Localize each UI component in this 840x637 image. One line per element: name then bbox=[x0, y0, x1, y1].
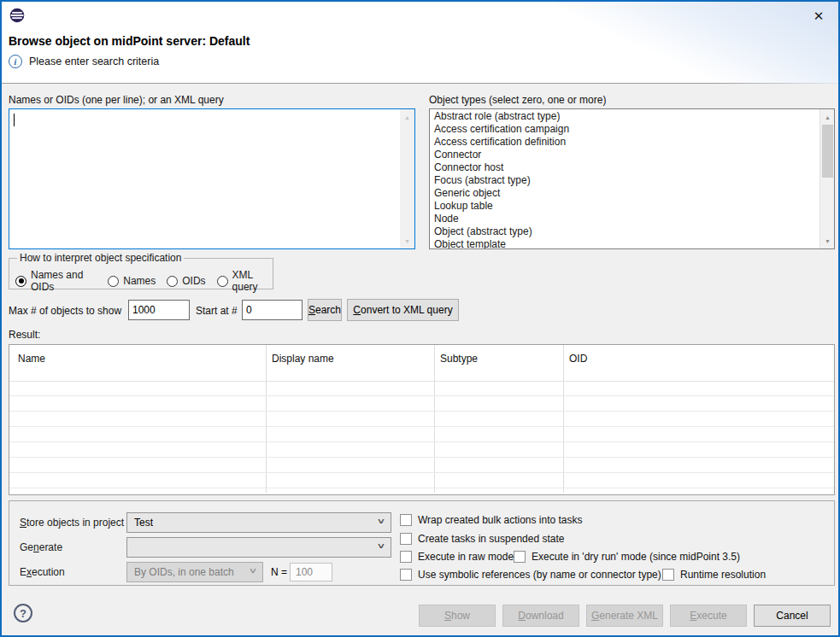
execution-dropdown: By OIDs, in one batch ∨ bbox=[126, 562, 263, 582]
radio-label: Names bbox=[123, 275, 156, 287]
list-item[interactable]: Object template bbox=[430, 238, 819, 249]
n-value-input bbox=[290, 563, 332, 581]
table-row[interactable] bbox=[9, 396, 834, 412]
scroll-up-icon[interactable]: ▲ bbox=[820, 110, 835, 124]
checkbox-create-tasks-suspended[interactable]: Create tasks in suspended state bbox=[400, 533, 564, 545]
store-project-dropdown[interactable]: Test ∨ bbox=[126, 512, 391, 533]
table-row[interactable] bbox=[9, 427, 834, 442]
list-item[interactable]: Connector host bbox=[430, 161, 819, 174]
scrollbar-thumb[interactable] bbox=[822, 125, 833, 178]
radio-xml-query[interactable]: XML query bbox=[217, 269, 273, 293]
list-item[interactable]: Access certification campaign bbox=[430, 123, 819, 136]
checkbox-label: Create tasks in suspended state bbox=[418, 533, 564, 545]
list-scrollbar[interactable]: ▲ ▼ bbox=[819, 109, 834, 248]
cancel-button[interactable]: Cancel bbox=[754, 605, 831, 627]
result-label: Result: bbox=[9, 329, 40, 341]
query-textarea[interactable]: ▲ ▼ bbox=[9, 108, 415, 249]
checkbox-icon bbox=[662, 569, 674, 581]
close-icon[interactable]: ✕ bbox=[809, 7, 828, 26]
checkbox-runtime-resolution[interactable]: Runtime resolution bbox=[662, 569, 766, 581]
interpret-groupbox: How to interpret object specification Na… bbox=[9, 258, 273, 289]
execute-button: Execute bbox=[670, 605, 747, 627]
radio-names[interactable]: Names bbox=[108, 275, 156, 287]
checkbox-symbolic-references[interactable]: Use symbolic references (by name or conn… bbox=[400, 569, 661, 581]
dropdown-value: Test bbox=[134, 517, 153, 529]
show-button-label: Show bbox=[444, 610, 470, 622]
chevron-down-icon: ∨ bbox=[377, 517, 386, 525]
radio-oids[interactable]: OIDs bbox=[167, 275, 205, 287]
column-header-name[interactable]: Name bbox=[18, 353, 45, 365]
generate-dropdown[interactable]: ∨ bbox=[126, 537, 391, 558]
list-item[interactable]: Connector bbox=[430, 149, 819, 161]
generate-xml-button: Generate XML bbox=[586, 605, 663, 627]
checkbox-icon bbox=[400, 533, 412, 545]
dialog-title: Browse object on midPoint server: Defaul… bbox=[9, 34, 250, 48]
radio-label: XML query bbox=[232, 269, 273, 293]
cancel-button-label: Cancel bbox=[776, 610, 808, 622]
table-row[interactable] bbox=[9, 458, 834, 473]
help-icon[interactable]: ? bbox=[14, 604, 32, 622]
checkbox-label: Execute in raw mode bbox=[418, 551, 514, 563]
table-row[interactable] bbox=[9, 473, 834, 488]
object-types-list[interactable]: Abstract role (abstract type) Access cer… bbox=[429, 108, 835, 249]
radio-names-and-oids[interactable]: Names and OIDs bbox=[15, 269, 97, 293]
checkbox-icon bbox=[400, 514, 412, 526]
list-item[interactable]: Generic object bbox=[430, 187, 819, 200]
list-item[interactable]: Focus (abstract type) bbox=[430, 174, 819, 187]
column-header-oid[interactable]: OID bbox=[569, 353, 587, 365]
search-button[interactable]: Search bbox=[308, 299, 342, 321]
radio-icon bbox=[217, 276, 228, 287]
list-item[interactable]: Lookup table bbox=[430, 200, 819, 213]
info-icon: i bbox=[9, 55, 22, 68]
radio-icon bbox=[167, 276, 178, 287]
result-table: Name Display name Subtype OID bbox=[9, 344, 835, 495]
table-row[interactable] bbox=[9, 381, 834, 396]
info-message-row: i Please enter search criteria bbox=[9, 55, 159, 68]
start-at-input[interactable] bbox=[242, 300, 303, 320]
column-header-display-name[interactable]: Display name bbox=[272, 353, 334, 365]
object-types-label: Object types (select zero, one or more) bbox=[429, 94, 606, 106]
convert-to-xml-button[interactable]: Convert to XML query bbox=[347, 299, 459, 321]
n-equals-label: N = bbox=[271, 566, 287, 578]
result-rows bbox=[9, 381, 834, 488]
checkbox-execute-raw-mode[interactable]: Execute in raw mode bbox=[400, 551, 514, 563]
list-item[interactable]: Access certification definition bbox=[430, 136, 819, 149]
table-row[interactable] bbox=[9, 412, 834, 427]
dropdown-value: By OIDs, in one batch bbox=[134, 566, 234, 578]
scroll-down-icon[interactable]: ▼ bbox=[820, 234, 835, 248]
store-objects-label: Store objects in project bbox=[20, 517, 124, 529]
eclipse-logo-icon bbox=[9, 8, 25, 23]
checkbox-label: Execute in 'dry run' mode (since midPoin… bbox=[532, 551, 740, 563]
info-message: Please enter search criteria bbox=[29, 56, 159, 67]
radio-icon bbox=[15, 276, 26, 287]
checkbox-label: Wrap created bulk actions into tasks bbox=[418, 514, 583, 526]
query-label: Names or OIDs (one per line); or an XML … bbox=[9, 94, 224, 106]
text-caret bbox=[14, 114, 15, 126]
chevron-down-icon: ∨ bbox=[249, 566, 258, 575]
checkbox-label: Runtime resolution bbox=[680, 569, 766, 581]
generate-xml-button-label: Generate XML bbox=[591, 610, 658, 622]
scroll-up-icon[interactable]: ▲ bbox=[400, 110, 414, 124]
table-row[interactable] bbox=[9, 442, 834, 458]
checkbox-icon bbox=[400, 569, 412, 581]
scroll-down-icon[interactable]: ▼ bbox=[400, 234, 414, 248]
radio-label: OIDs bbox=[182, 275, 205, 287]
start-at-label: Start at # bbox=[196, 305, 238, 317]
list-item[interactable]: Object (abstract type) bbox=[430, 225, 819, 238]
browse-object-dialog: ✕ Browse object on midPoint server: Defa… bbox=[0, 0, 840, 637]
interpret-legend: How to interpret object specification bbox=[17, 252, 184, 264]
list-item[interactable]: Abstract role (abstract type) bbox=[430, 110, 819, 123]
generate-label: Generate bbox=[20, 541, 62, 553]
chevron-down-icon: ∨ bbox=[377, 541, 386, 550]
checkbox-execute-dry-run[interactable]: Execute in 'dry run' mode (since midPoin… bbox=[514, 551, 740, 563]
max-objects-input[interactable] bbox=[128, 300, 190, 320]
execute-button-label: Execute bbox=[690, 610, 726, 622]
show-button: Show bbox=[419, 605, 496, 627]
radio-icon bbox=[108, 276, 119, 287]
execution-label: Execution bbox=[20, 566, 65, 578]
query-scrollbar[interactable]: ▲ ▼ bbox=[400, 109, 414, 248]
list-item[interactable]: Node bbox=[430, 213, 819, 225]
checkbox-wrap-bulk-actions[interactable]: Wrap created bulk actions into tasks bbox=[400, 514, 583, 526]
column-header-subtype[interactable]: Subtype bbox=[440, 353, 478, 365]
interpret-options: Names and OIDs Names OIDs XML query bbox=[15, 269, 273, 293]
